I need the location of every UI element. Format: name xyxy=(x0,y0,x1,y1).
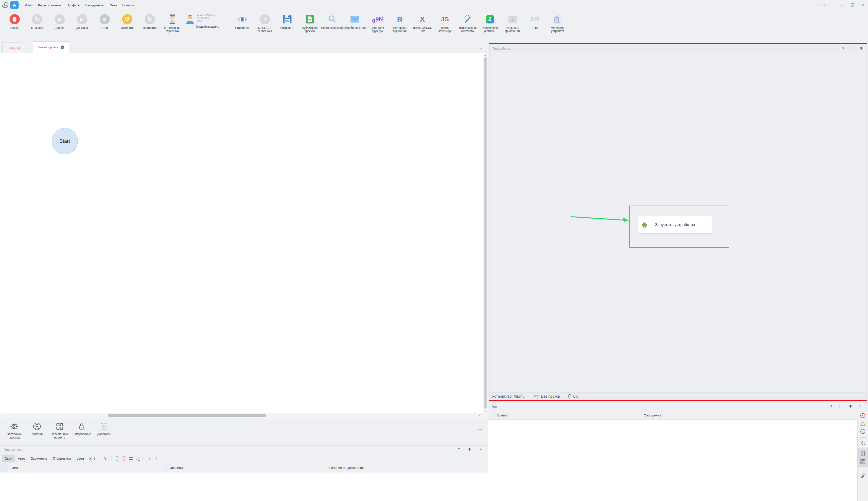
tab-test-proj[interactable]: Test_proj xyxy=(2,42,25,53)
toolbar-project-search[interactable]: Поиск по проекту xyxy=(321,13,344,30)
clear-log-button[interactable] xyxy=(860,440,866,446)
menu-edit[interactable]: Редактирование xyxy=(35,3,64,7)
device-status-bar: Устройство: MEmu Без прокси 0;0 xyxy=(490,392,867,400)
help-icon[interactable]: ? xyxy=(830,405,832,408)
close-panel-icon[interactable]: × xyxy=(480,447,482,451)
move-down-button[interactable]: ⇩ xyxy=(146,455,153,462)
vars-tab-json[interactable]: Json xyxy=(74,455,87,462)
vars-tab-auto[interactable]: Авто xyxy=(15,455,28,462)
vars-tab-own[interactable]: Свои xyxy=(2,455,15,462)
toolbar-frida[interactable]: FЯ Frida xyxy=(524,13,546,30)
add-variable-button[interactable]: + xyxy=(114,455,120,462)
filter-button[interactable] xyxy=(102,455,109,462)
toolbar-stop[interactable]: Стоп xyxy=(93,13,116,30)
toolbar-open-in-zennodroid[interactable]: Открыть в ZennoDroid xyxy=(254,13,276,33)
project-variables-button[interactable]: Переменные проекта xyxy=(48,422,71,439)
move-up-button[interactable]: ⇧ xyxy=(153,455,160,462)
toolbar-record[interactable]: Запись xyxy=(3,13,26,30)
menu-window[interactable]: Окно xyxy=(107,3,119,7)
toolbar-redo[interactable]: ↻ Повторить xyxy=(138,13,161,30)
toolbar-device[interactable]: Устройство xyxy=(231,13,254,30)
profile-button[interactable]: Профиль xyxy=(25,422,48,436)
project-settings-button[interactable]: Настройки проекта xyxy=(3,422,25,439)
log-col-time[interactable]: Время xyxy=(494,411,519,419)
toolbar-xjson-tester[interactable]: X Тестер X/JSON Path xyxy=(411,13,433,33)
add-dashed-icon xyxy=(100,422,108,430)
vars-col-select[interactable] xyxy=(0,463,8,472)
tab-list-dropdown-icon[interactable]: ▾ xyxy=(480,47,482,51)
help-icon[interactable]: ? xyxy=(458,447,460,451)
toolbar-installed-apps[interactable]: Установл. приложения xyxy=(501,13,524,33)
more-actions-icon[interactable]: ••• xyxy=(478,428,483,431)
help-icon[interactable]: ? xyxy=(842,47,844,50)
tab-new-project[interactable]: Новый проект × xyxy=(33,41,69,53)
scroll-down-icon[interactable]: ▾ xyxy=(485,409,486,413)
project-tab-strip: Test_proj Новый проект × ▾ xyxy=(0,40,488,53)
horizontal-scroll-thumb[interactable] xyxy=(108,414,266,417)
vars-tab-xml[interactable]: Xml xyxy=(87,455,98,462)
toolbar-current-profile[interactable]: Andrea Williams 6/23/1980 USA Текущий пр… xyxy=(183,13,231,28)
tab-close-icon[interactable]: × xyxy=(61,45,64,49)
scroll-up-icon[interactable]: ▴ xyxy=(485,53,486,57)
vars-col-value[interactable]: Значение xyxy=(167,463,324,472)
pin-icon[interactable] xyxy=(860,47,863,50)
toolbar-js-tester[interactable]: JS Тестер JavaScript xyxy=(433,13,456,33)
log-col-spacer xyxy=(519,411,641,419)
maximize-button[interactable] xyxy=(847,0,857,10)
launch-device-button[interactable]: Запустить устройство xyxy=(638,216,712,234)
toolbar-regex-tester[interactable]: R Тестер рег. выражений xyxy=(389,13,411,33)
vars-tab-global[interactable]: Глобальные xyxy=(50,455,74,462)
filter-warnings-button[interactable] xyxy=(860,421,866,426)
canvas-horizontal-scrollbar[interactable]: ◂ ▸ xyxy=(0,413,488,418)
menu-profile[interactable]: Профиль xyxy=(64,3,83,7)
toolbar-publish-project[interactable]: Публикация проекта xyxy=(299,13,321,33)
vars-col-default[interactable]: Значение по-умолчанию xyxy=(324,463,480,472)
menu-tools[interactable]: Инструменты xyxy=(83,3,107,7)
variables-tabs: Свои Авто Окружение Глобальные Json Xml … xyxy=(0,454,488,463)
scroll-right-icon[interactable]: ▸ xyxy=(477,413,482,418)
vertical-scroll-thumb[interactable] xyxy=(484,57,487,408)
toolbar-next[interactable]: ▶ Далее xyxy=(48,13,71,30)
log-col-message[interactable]: Сообщение xyxy=(641,411,858,419)
autoscroll-button[interactable] xyxy=(861,451,865,456)
close-panel-icon[interactable]: × xyxy=(859,405,861,408)
toolbar-deferred-render[interactable]: Отложенная отрисовка xyxy=(161,13,183,33)
vars-tab-environment[interactable]: Окружение xyxy=(28,455,50,462)
toolbar-device-manager[interactable]: Менеджер устройств xyxy=(546,13,569,33)
minimize-button[interactable]: — xyxy=(836,0,847,10)
filter-info-button[interactable]: i xyxy=(860,429,865,434)
maximize-panel-icon[interactable] xyxy=(850,47,853,50)
toolbar-account-management[interactable]: Z Управление учетной... xyxy=(479,13,501,33)
expand-button[interactable] xyxy=(860,459,865,464)
vars-col-name[interactable]: Имя xyxy=(8,463,167,472)
remove-variable-button[interactable]: − xyxy=(120,455,128,462)
toolbar-email-processing[interactable]: Обработка e-mail xyxy=(344,13,366,30)
log-col-dots[interactable]: ... xyxy=(488,411,494,419)
menu-file[interactable]: Файл xyxy=(22,3,35,7)
toolbar-restart[interactable]: ↻ С начала xyxy=(26,13,48,30)
menu-help[interactable]: Помощь xyxy=(119,3,137,7)
toolbar-manual-captcha[interactable]: g9N Ввод капч вручную xyxy=(366,13,389,33)
variables-table-body[interactable] xyxy=(0,472,488,501)
canvas-vertical-scrollbar[interactable]: ▴ ▾ xyxy=(483,53,488,413)
clean-button[interactable] xyxy=(860,473,866,478)
toolbar-to-end[interactable]: ▶ До конца xyxy=(71,13,93,30)
project-canvas[interactable]: Start ▴ ▾ xyxy=(0,53,488,413)
toolbar-context-recognition[interactable]: Распознавание контекста xyxy=(456,13,479,33)
maximize-panel-icon[interactable] xyxy=(839,405,842,408)
pin-icon[interactable] xyxy=(849,405,852,408)
toolbar-save[interactable]: Сохранить xyxy=(276,13,299,30)
toolbar-undo[interactable]: ↺ Отменить xyxy=(116,13,138,30)
filter-errors-button[interactable]: × xyxy=(860,413,865,418)
add-button[interactable]: Добавить xyxy=(93,422,115,436)
clear-variable-button[interactable] xyxy=(135,455,141,462)
rename-variable-button[interactable] xyxy=(128,455,135,462)
pin-icon[interactable] xyxy=(468,448,471,451)
close-button[interactable]: × xyxy=(857,0,868,10)
log-table-body[interactable] xyxy=(488,420,858,501)
home-button[interactable] xyxy=(10,1,19,9)
js-tester-icon: JS xyxy=(441,16,449,22)
start-node[interactable]: Start xyxy=(52,128,78,154)
scroll-left-icon[interactable]: ◂ xyxy=(0,413,5,418)
encryption-button[interactable]: Шифрование xyxy=(71,422,93,436)
